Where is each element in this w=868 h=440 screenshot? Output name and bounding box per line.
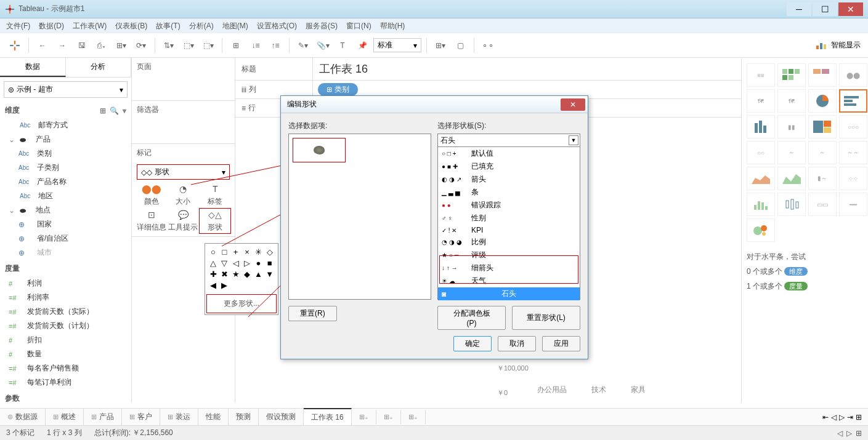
save-icon[interactable]: 🖫 <box>73 37 91 54</box>
tab-datasource[interactable]: ⊜数据源 <box>0 409 46 425</box>
close-button[interactable]: ✕ <box>838 2 863 16</box>
viz-map[interactable]: 🗺 <box>747 89 775 113</box>
showme-button[interactable]: 智能显示 <box>831 40 861 50</box>
new-story-button[interactable]: ⊞₊ <box>401 410 426 424</box>
viz-dual-combo[interactable]: ▮～ <box>808 167 837 190</box>
maximize-button[interactable]: ☐ <box>813 2 837 16</box>
sort-asc-icon[interactable]: ⬚▾ <box>180 37 197 54</box>
meas-ship-plan[interactable]: =#发货前天数（计划） <box>6 319 131 333</box>
viz-scatter[interactable]: ⁘⁘ <box>839 167 867 190</box>
viz-packed-bubble[interactable] <box>747 218 775 242</box>
dim-product-name[interactable]: Abc产品名称 <box>16 175 131 189</box>
viz-symbol-map[interactable]: ⬤⬤ <box>839 63 867 87</box>
marks-detail[interactable]: ⊡详细信息 <box>136 208 168 234</box>
meas-sales-per-cust[interactable]: =#每名客户销售额 <box>6 361 131 375</box>
status-nav-prev[interactable]: ◁ <box>837 429 843 438</box>
viz-side-bar[interactable]: ▮▮ <box>777 115 806 138</box>
meas-profit-ratio[interactable]: =#利润率 <box>6 290 131 305</box>
viz-line-c[interactable]: ～ <box>777 141 806 164</box>
shape-diamond[interactable]: ◇ <box>264 246 275 257</box>
search-icon[interactable]: 🔍 <box>110 106 119 115</box>
text-icon[interactable]: T <box>334 37 351 54</box>
viz-stacked-bar[interactable] <box>747 115 775 138</box>
viz-filled-map[interactable]: 🗺 <box>777 89 806 113</box>
menu-map[interactable]: 地图(M) <box>222 21 248 31</box>
assign-palette-button[interactable]: 分配调色板(P) <box>437 306 506 330</box>
shape-filled-x[interactable]: ✖ <box>219 268 230 279</box>
tab-performance[interactable]: 性能 <box>198 409 229 425</box>
shape-triangle-left[interactable]: ◁ <box>230 257 241 268</box>
highlight-icon[interactable]: ✎▾ <box>294 37 312 54</box>
menu-story[interactable]: 故事(T) <box>156 21 180 31</box>
ok-button[interactable]: 确定 <box>453 336 492 351</box>
dim-location[interactable]: ⌄⬬地点 <box>6 203 131 217</box>
viz-bullet[interactable]: ━━ <box>839 193 867 216</box>
dim-category[interactable]: Abc类别 <box>16 146 131 161</box>
tab-forecast[interactable]: 预测 <box>229 409 259 425</box>
dim-country[interactable]: ⊕国家 <box>16 217 131 231</box>
menu-server[interactable]: 服务器(S) <box>306 21 338 31</box>
shape-plus[interactable]: + <box>230 246 241 257</box>
view-icon[interactable]: ⊞ <box>100 106 106 115</box>
dim-subcategory[interactable]: Abc子类别 <box>16 161 131 175</box>
cancel-button[interactable]: 取消 <box>498 336 536 351</box>
viz-text-table[interactable]: ≡≡ <box>747 63 775 87</box>
shape-circle[interactable]: ○ <box>208 246 219 257</box>
shape-filled-plus[interactable]: ✚ <box>208 268 219 279</box>
marks-size[interactable]: ◔大小 <box>168 182 200 208</box>
viz-dual-line[interactable]: ～～ <box>839 141 867 164</box>
marks-label[interactable]: T标签 <box>199 182 231 208</box>
tab-data[interactable]: 数据 <box>0 58 66 77</box>
shape-x[interactable]: × <box>241 246 253 257</box>
shape-filled-tri-left[interactable]: ◀ <box>208 279 219 290</box>
back-icon[interactable]: ← <box>34 37 51 54</box>
palette-combo[interactable]: 石头 ▼ <box>437 134 580 147</box>
dim-city[interactable]: ⊕城市 <box>16 246 131 260</box>
data-items-listbox[interactable] <box>288 134 431 300</box>
shape-filled-star[interactable]: ★ <box>230 268 241 279</box>
viz-heatmap[interactable] <box>777 63 806 87</box>
shape-triangle-down[interactable]: ▽ <box>219 257 230 268</box>
tab-customer[interactable]: ⊞客户 <box>122 409 160 425</box>
sort-d-icon[interactable]: ↑≡ <box>267 37 284 54</box>
pin-icon[interactable]: 📌 <box>354 37 371 54</box>
attach-icon[interactable]: 📎▾ <box>314 37 331 54</box>
meas-profit[interactable]: #利润 <box>6 276 131 290</box>
tab-product[interactable]: ⊞产品 <box>84 409 122 425</box>
viz-treemap[interactable] <box>808 115 837 138</box>
share-icon[interactable]: ⚬⚬ <box>479 37 497 54</box>
menu-data[interactable]: 数据(D) <box>39 21 64 31</box>
minimize-button[interactable]: ─ <box>787 2 811 16</box>
more-shapes-button[interactable]: 更多形状... <box>206 294 277 313</box>
datasource-dropdown[interactable]: ⊜示例 - 超市 ▾ <box>4 81 128 98</box>
viz-highlight[interactable] <box>808 63 837 87</box>
viz-hbar[interactable] <box>839 89 867 113</box>
tableau-home-icon[interactable] <box>6 37 23 54</box>
presentation-icon[interactable]: ▢ <box>452 37 469 54</box>
shape-square[interactable]: □ <box>219 246 230 257</box>
shape-star[interactable]: ✳ <box>253 246 264 257</box>
tab-shipping[interactable]: ⊞装运 <box>160 409 198 425</box>
sort-a-icon[interactable]: ↓≡ <box>247 37 264 54</box>
shape-filled-tri-down[interactable]: ▼ <box>264 268 275 279</box>
dim-ship-mode[interactable]: Abc邮寄方式 <box>6 118 131 132</box>
status-nav-list[interactable]: ⊞ <box>856 429 862 438</box>
new-dashboard-button[interactable]: ⊞₊ <box>376 410 401 424</box>
marks-shape[interactable]: ◇△形状 <box>199 208 231 234</box>
tab-nav-prev[interactable]: ◁ <box>831 413 837 422</box>
viz-circle[interactable]: ○○○ <box>839 115 867 138</box>
menu-window[interactable]: 窗口(N) <box>346 21 371 31</box>
dim-product[interactable]: ⌄⬬产品 <box>6 132 131 146</box>
menu-help[interactable]: 帮助(H) <box>380 21 405 31</box>
menu-dashboard[interactable]: 仪表板(B) <box>115 21 147 31</box>
status-nav-next[interactable]: ▷ <box>846 429 852 438</box>
group-icon[interactable]: ⊞ <box>227 37 245 54</box>
swap-icon[interactable]: ⇅▾ <box>160 37 177 54</box>
refresh-icon[interactable]: ⟳▾ <box>132 37 150 54</box>
tab-worksheet16[interactable]: 工作表 16 <box>304 408 352 426</box>
viz-area-c[interactable] <box>747 167 775 190</box>
shape-filled-tri-up[interactable]: ▲ <box>253 268 264 279</box>
viz-histogram[interactable] <box>747 193 775 216</box>
meas-discount[interactable]: #折扣 <box>6 333 131 347</box>
tab-list[interactable]: ⊞ <box>856 413 862 422</box>
